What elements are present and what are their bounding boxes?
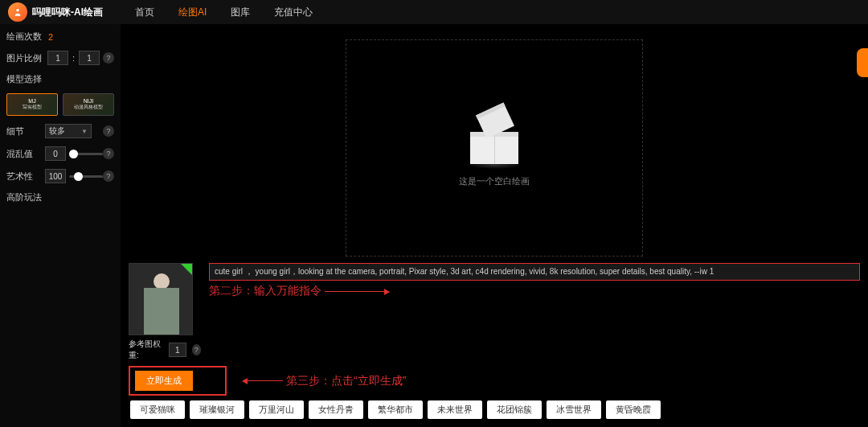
ref-weight-label: 参考图权重: [129,339,163,361]
nav-recharge[interactable]: 充值中心 [274,6,313,19]
ratio-colon: : [72,53,75,63]
ratio-label: 图片比例 [6,52,45,64]
ref-weight-input[interactable]: 1 [169,343,186,357]
brand-title: 吗哩吗咪-AI绘画 [32,6,103,19]
draw-count-value: 2 [48,32,53,42]
nav-draw-ai[interactable]: 绘图AI [178,6,207,19]
model-card-niji[interactable]: NIJI 动漫风格模型 [63,93,114,116]
help-icon[interactable]: ? [192,344,201,355]
prompt-input[interactable]: cute girl ， young girl，looking at the ca… [209,263,860,281]
chevron-down-icon: ▼ [81,128,88,135]
sidebar: 绘画次数 2 图片比例 1 : 1 ? 模型选择 MJ 写实模型 NIJI 动漫… [0,24,121,427]
detail-label: 细节 [6,125,45,138]
arrow-icon [243,380,283,381]
art-label: 艺术性 [6,170,45,183]
tag-item[interactable]: 繁华都市 [368,400,423,419]
art-value-input[interactable]: 100 [45,169,66,183]
tag-item[interactable]: 未来世界 [428,400,482,419]
ratio-height-input[interactable]: 1 [79,51,100,65]
arrow-icon [325,291,389,292]
logo-icon [8,2,27,22]
nav: 首页 绘图AI 图库 充值中心 [135,6,313,19]
model-card-mj[interactable]: MJ 写实模型 [6,93,58,116]
advanced-toggle[interactable]: 高阶玩法 [6,191,114,203]
model-label: 模型选择 [6,73,42,85]
draw-count-label: 绘画次数 [6,31,45,43]
chaos-label: 混乱值 [6,148,45,160]
generate-highlight: 立即生成 [129,366,227,396]
main-area: 这是一个空白绘画 参考图权重: 1 ? cute girl ， young gi… [121,24,868,427]
help-icon[interactable]: ? [103,52,114,64]
tag-item[interactable]: 璀璨银河 [190,400,244,419]
nav-home[interactable]: 首页 [135,6,154,19]
annotation-step2: 第二步：输入万能指令 [209,284,860,298]
check-icon [181,264,192,275]
empty-box-icon [462,108,526,164]
help-icon[interactable]: ? [103,148,114,159]
tag-item[interactable]: 冰雪世界 [547,400,601,419]
detail-select[interactable]: 较多 ▼ [45,124,92,138]
art-slider[interactable] [69,175,103,178]
tag-item[interactable]: 黄昏晚霞 [606,400,661,419]
tag-item[interactable]: 女性丹青 [309,400,363,419]
chaos-value-input[interactable]: 0 [45,146,66,161]
reference-image[interactable] [129,263,193,335]
help-icon[interactable]: ? [103,125,114,137]
tags-row: 可爱猫咪 璀璨银河 万里河山 女性丹青 繁华都市 未来世界 花团锦簇 冰雪世界 … [129,400,860,419]
svg-point-0 [16,9,19,11]
generate-button[interactable]: 立即生成 [135,371,193,391]
nav-gallery[interactable]: 图库 [231,6,250,19]
tag-item[interactable]: 花团锦簇 [487,400,542,419]
empty-text: 这是一个空白绘画 [459,175,530,187]
ratio-width-input[interactable]: 1 [47,51,68,65]
annotation-step3: 第三步：点击“立即生成” [243,374,406,388]
tag-item[interactable]: 万里河山 [249,400,304,419]
tag-item[interactable]: 可爱猫咪 [130,400,185,419]
canvas-frame: 这是一个空白绘画 [346,39,643,257]
chaos-slider[interactable] [69,153,103,155]
help-icon[interactable]: ? [103,170,114,182]
topbar: 吗哩吗咪-AI绘画 首页 绘图AI 图库 充值中心 [0,0,868,24]
